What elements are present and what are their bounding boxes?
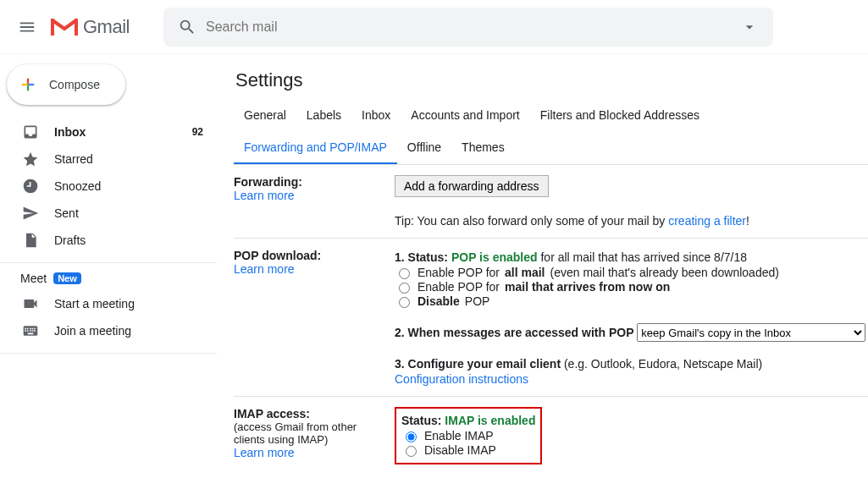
add-forwarding-address-button[interactable]: Add a forwarding address (395, 175, 549, 197)
sidebar-item-label: Sent (54, 206, 203, 220)
pop-configure-line: 3. Configure your email client (e.g. Out… (395, 357, 868, 371)
tab-themes[interactable]: Themes (451, 132, 515, 164)
sidebar-item-starred[interactable]: Starred (0, 146, 217, 173)
search-icon[interactable] (170, 18, 204, 36)
sidebar-separator (0, 353, 217, 354)
pop-access-line: 2. When messages are accessed with POP k… (395, 323, 868, 342)
pop-status-line: 1. Status: POP is enabled for all mail t… (395, 250, 868, 264)
configuration-instructions-link[interactable]: Configuration instructions (395, 372, 528, 386)
section-label-col: POP download: Learn more (234, 249, 395, 386)
imap-status-prefix: Status: (401, 414, 445, 427)
sidebar-item-sent[interactable]: Sent (0, 200, 217, 227)
section-label-col: Forwarding: Learn more (234, 175, 395, 228)
sidebar-item-label: Drafts (54, 234, 203, 247)
app-header: Gmail (0, 0, 868, 54)
sidebar-item-label: Starred (54, 152, 203, 166)
new-badge: New (53, 272, 81, 284)
sidebar-item-join-meeting[interactable]: Join a meeting (0, 317, 217, 344)
sidebar-item-start-meeting[interactable]: Start a meeting (0, 290, 217, 317)
sidebar-item-label: Join a meeting (54, 324, 203, 338)
sidebar-item-drafts[interactable]: Drafts (0, 227, 217, 254)
section-label: POP download: (234, 249, 390, 262)
tab-forwarding-pop-imap[interactable]: Forwarding and POP/IMAP (234, 132, 397, 164)
section-label: Forwarding: (234, 175, 390, 189)
pop-configure-label: 3. Configure your email client (395, 357, 561, 371)
pop-opt1-a: Enable POP for (417, 266, 500, 279)
search-input[interactable] (204, 19, 733, 36)
pop-opt1-b: all mail (505, 266, 545, 279)
pop-access-label: 2. When messages are accessed with POP (395, 326, 633, 339)
tab-filters-blocked[interactable]: Filters and Blocked Addresses (530, 100, 710, 132)
compose-button[interactable]: Compose (7, 64, 125, 105)
pop-status-text: POP is enabled (451, 250, 538, 264)
pop-opt1-c: (even mail that's already been downloade… (550, 266, 779, 279)
meet-label: Meet (20, 272, 47, 285)
tab-inbox[interactable]: Inbox (351, 100, 401, 132)
imap-option-enable[interactable]: Enable IMAP (401, 429, 535, 442)
pop-opt3-a: Disable (417, 294, 460, 308)
pop-status-num: 1. Status: (395, 250, 451, 264)
pop-radio-all-mail[interactable] (399, 268, 410, 279)
inbox-icon (22, 124, 39, 140)
app-body: Compose Inbox 92 Starred Snoozed Sent (0, 54, 868, 478)
pop-option-now-on[interactable]: Enable POP for mail that arrives from no… (395, 280, 868, 294)
plus-icon (19, 75, 37, 94)
imap-status-line: Status: IMAP is enabled (401, 414, 535, 427)
imap-status-text: IMAP is enabled (445, 414, 535, 427)
tip-suffix: ! (746, 214, 749, 228)
search-options-dropdown[interactable] (733, 19, 766, 36)
section-pop: POP download: Learn more 1. Status: POP … (234, 239, 868, 397)
svg-rect-1 (75, 19, 78, 36)
sidebar-item-snoozed[interactable]: Snoozed (0, 173, 217, 200)
sidebar-item-label: Snoozed (54, 179, 203, 193)
sidebar: Compose Inbox 92 Starred Snoozed Sent (0, 54, 217, 478)
page-title: Settings (234, 69, 868, 91)
imap-highlight-box: Status: IMAP is enabled Enable IMAP Disa… (395, 407, 542, 464)
forwarding-tip: Tip: You can also forward only some of y… (395, 214, 868, 228)
section-label: IMAP access: (234, 407, 390, 420)
main-content: Settings General Labels Inbox Accounts a… (217, 54, 868, 478)
hamburger-icon (18, 18, 36, 36)
clock-icon (22, 178, 39, 195)
tip-text: Tip: You can also forward only some of y… (395, 214, 668, 228)
star-icon (22, 151, 39, 168)
file-icon (22, 232, 39, 249)
pop-option-all-mail[interactable]: Enable POP for all mail (even mail that'… (395, 266, 868, 279)
section-content: 1. Status: POP is enabled for all mail t… (395, 249, 868, 386)
creating-filter-link[interactable]: creating a filter (668, 214, 746, 228)
search-bar[interactable] (163, 8, 773, 47)
pop-radio-disable[interactable] (399, 297, 410, 308)
svg-rect-0 (51, 19, 54, 36)
pop-opt3-b: POP (465, 294, 490, 308)
sidebar-item-label: Inbox (54, 125, 192, 139)
section-imap: IMAP access: (access Gmail from other cl… (234, 397, 868, 475)
keyboard-icon (22, 322, 39, 339)
pop-radio-now-on[interactable] (399, 283, 410, 294)
imap-disable-label: Disable IMAP (424, 443, 496, 457)
imap-radio-enable[interactable] (406, 431, 417, 442)
section-content: Add a forwarding address Tip: You can al… (395, 175, 868, 228)
app-logo[interactable]: Gmail (47, 16, 155, 38)
sidebar-item-count: 92 (192, 126, 203, 138)
imap-radio-disable[interactable] (406, 446, 417, 457)
video-icon (22, 295, 39, 312)
sidebar-item-inbox[interactable]: Inbox 92 (0, 118, 217, 146)
pop-option-disable[interactable]: Disable POP (395, 294, 868, 308)
settings-tabs: General Labels Inbox Accounts and Import… (234, 100, 868, 165)
imap-option-disable[interactable]: Disable IMAP (401, 443, 535, 457)
forwarding-learn-more-link[interactable]: Learn more (234, 189, 295, 202)
main-menu-button[interactable] (7, 7, 47, 47)
app-name: Gmail (83, 16, 130, 38)
tab-offline[interactable]: Offline (397, 132, 451, 164)
imap-enable-label: Enable IMAP (424, 429, 494, 442)
tab-general[interactable]: General (234, 100, 296, 132)
section-label-col: IMAP access: (access Gmail from other cl… (234, 407, 395, 464)
imap-learn-more-link[interactable]: Learn more (234, 446, 295, 459)
pop-learn-more-link[interactable]: Learn more (234, 262, 295, 276)
send-icon (22, 205, 39, 222)
caret-down-icon (741, 19, 758, 36)
pop-access-select[interactable]: keep Gmail's copy in the Inbox (637, 323, 865, 342)
tab-labels[interactable]: Labels (296, 100, 351, 132)
sidebar-item-label: Start a meeting (54, 297, 203, 310)
tab-accounts-import[interactable]: Accounts and Import (401, 100, 529, 132)
